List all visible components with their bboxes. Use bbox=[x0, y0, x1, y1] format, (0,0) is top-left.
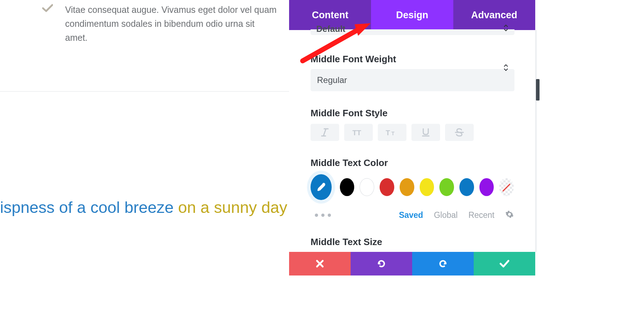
style-smallcaps-button[interactable]: TT bbox=[378, 124, 406, 141]
select-caret-icon bbox=[504, 24, 508, 31]
swatch-green[interactable] bbox=[439, 178, 454, 196]
color-swatch-row bbox=[311, 174, 514, 200]
select-default-partial[interactable]: Default bbox=[311, 29, 514, 35]
divider bbox=[0, 91, 289, 92]
swatch-black[interactable] bbox=[340, 178, 355, 196]
scrollbar-thumb[interactable] bbox=[536, 79, 540, 101]
panel-border bbox=[535, 30, 537, 252]
panel-footer-actions bbox=[289, 252, 535, 275]
more-icon[interactable] bbox=[311, 214, 388, 217]
checkmark-icon bbox=[42, 4, 53, 44]
swatch-none[interactable] bbox=[499, 178, 514, 196]
select-value: Default bbox=[316, 24, 345, 34]
settings-panel: Content Design Advanced Default Middle F… bbox=[289, 0, 540, 322]
undo-button[interactable] bbox=[351, 252, 412, 275]
swatch-purple[interactable] bbox=[479, 178, 494, 196]
tab-advanced[interactable]: Advanced bbox=[453, 0, 535, 30]
color-picker-button[interactable] bbox=[311, 174, 332, 200]
gear-icon[interactable] bbox=[505, 210, 514, 220]
label-text-size: Middle Text Size bbox=[311, 236, 514, 248]
color-tab-global[interactable]: Global bbox=[434, 210, 458, 220]
swatch-blue[interactable] bbox=[459, 178, 474, 196]
headline-middle-text: ispness of a cool breeze bbox=[0, 198, 174, 216]
swatch-white[interactable] bbox=[360, 178, 374, 196]
headline-preview: ispness of a cool breeze on a sunny day bbox=[0, 198, 287, 217]
swatch-orange[interactable] bbox=[400, 178, 414, 196]
color-tab-recent[interactable]: Recent bbox=[468, 210, 494, 220]
swatch-yellow[interactable] bbox=[420, 178, 434, 196]
blurb-row: Vitae consequat augue. Vivamus eget dolo… bbox=[42, 3, 278, 44]
blurb-text: Vitae consequat augue. Vivamus eget dolo… bbox=[65, 3, 278, 44]
panel-body: Default Middle Font Weight Regular Middl… bbox=[289, 30, 535, 252]
cancel-button[interactable] bbox=[289, 252, 351, 275]
font-style-row: TT TT bbox=[311, 124, 514, 141]
label-font-style: Middle Font Style bbox=[311, 108, 514, 119]
select-value: Regular bbox=[317, 75, 347, 85]
svg-text:T: T bbox=[386, 129, 390, 137]
label-font-weight: Middle Font Weight bbox=[311, 54, 514, 65]
style-underline-button[interactable] bbox=[411, 124, 440, 141]
style-uppercase-button[interactable]: TT bbox=[344, 124, 373, 141]
color-group-tabs: Saved Global Recent bbox=[311, 210, 514, 220]
select-font-weight[interactable]: Regular bbox=[311, 69, 514, 91]
select-caret-icon bbox=[504, 64, 508, 71]
headline-after-text: on a sunny day bbox=[174, 198, 287, 216]
style-italic-button[interactable] bbox=[311, 124, 339, 141]
save-button[interactable] bbox=[474, 252, 535, 275]
swatch-red[interactable] bbox=[380, 178, 394, 196]
svg-text:TT: TT bbox=[352, 129, 361, 137]
color-tab-saved[interactable]: Saved bbox=[399, 210, 423, 220]
svg-text:T: T bbox=[391, 131, 395, 136]
tab-design[interactable]: Design bbox=[371, 0, 453, 30]
redo-button[interactable] bbox=[412, 252, 474, 275]
label-text-color: Middle Text Color bbox=[311, 157, 514, 169]
preview-canvas: Vitae consequat augue. Vivamus eget dolo… bbox=[0, 0, 289, 322]
style-strikethrough-button[interactable] bbox=[445, 124, 474, 141]
